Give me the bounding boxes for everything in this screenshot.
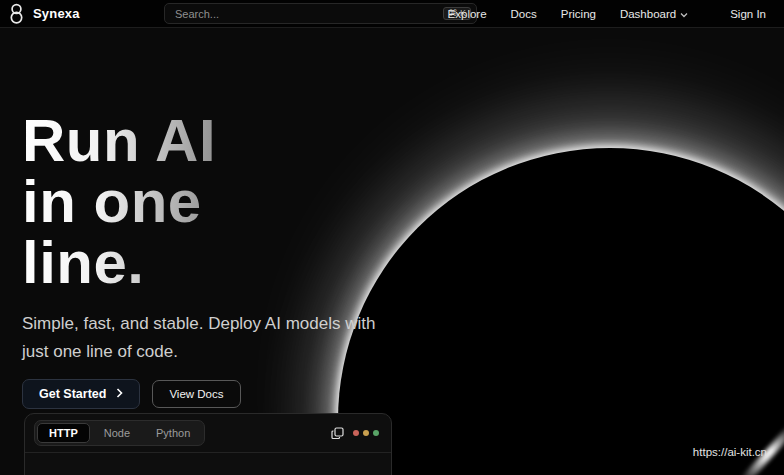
chevron-down-icon <box>680 8 688 20</box>
figure-eight-logo-icon <box>8 3 25 24</box>
tab-node[interactable]: Node <box>92 423 142 443</box>
copy-icon[interactable] <box>331 427 344 440</box>
watermark-url[interactable]: https://ai-kit.cn <box>693 446 767 458</box>
nav-link-docs[interactable]: Docs <box>511 8 537 20</box>
nav-link-sign-in[interactable]: Sign In <box>730 8 766 20</box>
red-dot-icon <box>353 430 359 436</box>
eclipse-glow-circle <box>338 148 784 475</box>
view-docs-button[interactable]: View Docs <box>152 380 240 408</box>
nav-link-explore[interactable]: Explore <box>448 8 487 20</box>
brand-logo[interactable]: Synexa <box>8 3 80 24</box>
code-panel: HTTP Node Python curl -s -X PO <box>24 413 392 475</box>
hero-subtitle: Simple, fast, and stable. Deploy AI mode… <box>22 310 375 366</box>
tab-python[interactable]: Python <box>144 423 202 443</box>
search-box: ⌘ K <box>164 3 477 24</box>
search-input[interactable] <box>165 4 476 23</box>
code-content: curl -s -X POST \ <box>25 452 391 475</box>
tab-http[interactable]: HTTP <box>37 423 90 443</box>
nav-link-pricing[interactable]: Pricing <box>561 8 596 20</box>
code-panel-header: HTTP Node Python <box>25 414 391 452</box>
nav-links: Explore Docs Pricing Dashboard Sign In <box>448 0 766 28</box>
code-header-actions <box>331 427 379 440</box>
hero-section: Run AIin oneline. Simple, fast, and stab… <box>22 110 375 409</box>
page: Synexa ⌘ K Explore Docs Pricing Dashboar… <box>0 0 784 475</box>
yellow-dot-icon <box>363 430 369 436</box>
brand-name: Synexa <box>33 6 80 21</box>
chevron-right-icon <box>116 387 123 401</box>
nav-link-dashboard[interactable]: Dashboard <box>620 8 688 20</box>
hero-heading: Run AIin oneline. <box>22 110 216 293</box>
get-started-button[interactable]: Get Started <box>22 379 140 409</box>
cta-row: Get Started View Docs <box>22 379 375 409</box>
navbar: Synexa ⌘ K Explore Docs Pricing Dashboar… <box>0 0 784 28</box>
code-tabs: HTTP Node Python <box>34 420 205 446</box>
window-dots <box>353 430 379 436</box>
green-dot-icon <box>373 430 379 436</box>
